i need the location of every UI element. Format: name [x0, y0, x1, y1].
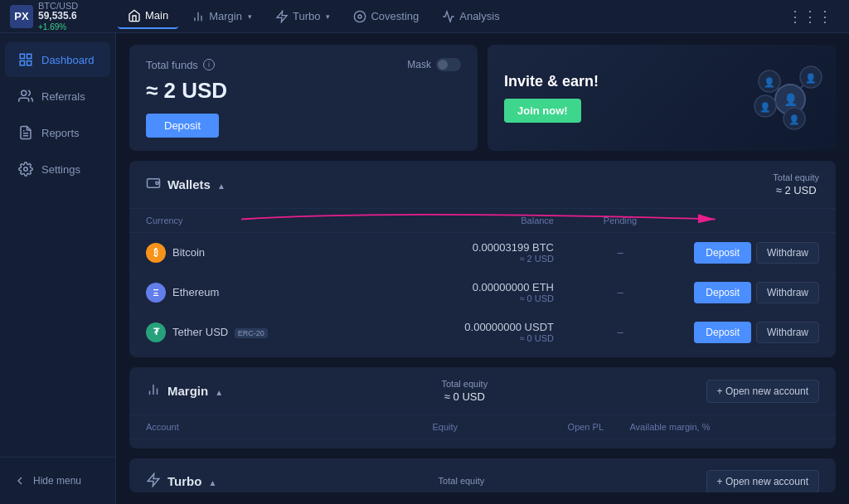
funds-amount: ≈ 2 USD [146, 78, 461, 104]
svg-text:👤: 👤 [764, 76, 775, 88]
nav-margin-label: Margin [209, 10, 242, 22]
svg-text:👤: 👤 [784, 93, 798, 107]
sidebar-item-referrals[interactable]: Referrals [5, 79, 110, 114]
svg-rect-9 [27, 61, 32, 65]
table-row: ₮ Tether USD ERC-20 0.00000000 USDT ≈ 0 … [129, 313, 836, 352]
mask-switch[interactable] [436, 58, 461, 71]
nav-turbo-chevron: ▾ [326, 12, 330, 21]
open-turbo-account-button[interactable]: + Open new account [706, 470, 819, 492]
turbo-collapse-icon[interactable] [208, 474, 216, 489]
grid-icon [18, 52, 33, 67]
wallets-icon [146, 176, 161, 194]
nav-main[interactable]: Main [118, 4, 178, 29]
nav-turbo-label: Turbo [293, 10, 320, 22]
ethereum-icon: Ξ [146, 283, 166, 303]
bitcoin-balance-amount: 0.00003199 BTC [312, 241, 554, 254]
margin-col-actions [736, 422, 819, 432]
wallets-equity-label: Total equity [773, 172, 819, 182]
nav-covesting[interactable]: Covesting [343, 5, 429, 28]
wallets-title: Wallets [167, 177, 211, 191]
margin-equity-value: ≈ 0 USD [444, 390, 485, 403]
currency-cell-bitcoin: ₿ Bitcoin [146, 243, 312, 263]
bitcoin-deposit-button[interactable]: Deposit [694, 242, 751, 264]
margin-actions: + Open new account [706, 380, 819, 403]
invite-circles: 👤 👤 👤 👤 👤 [728, 65, 827, 131]
ethereum-withdraw-button[interactable]: Withdraw [756, 282, 819, 303]
nav-menu-button[interactable]: ⋮⋮⋮ [781, 4, 839, 29]
app-layout: Dashboard Referrals Reports S [0, 33, 849, 504]
svg-rect-7 [27, 54, 32, 58]
nav-items: Main Margin ▾ Turbo ▾ Covesting [118, 4, 839, 29]
tether-pending: – [554, 326, 686, 338]
currency-cell-ethereum: Ξ Ethereum [146, 283, 312, 303]
wallets-header: Wallets Total equity ≈ 2 USD [129, 161, 836, 209]
mask-toggle[interactable]: Mask [407, 58, 461, 71]
hide-menu-label: Hide menu [33, 475, 81, 487]
col-actions [686, 216, 819, 225]
svg-text:👤: 👤 [805, 72, 817, 84]
bitcoin-icon: ₿ [146, 243, 166, 263]
tether-balance: 0.00000000 USDT ≈ 0 USD [312, 321, 554, 343]
nav-turbo[interactable]: Turbo ▾ [265, 5, 340, 28]
ethereum-balance-amount: 0.00000000 ETH [312, 281, 554, 293]
margin-section: Margin Total equity ≈ 0 USD + Open new a… [129, 367, 836, 448]
sidebar-item-reports[interactable]: Reports [5, 115, 110, 150]
turbo-section: Turbo Total equity + Open new account [129, 458, 836, 492]
svg-marker-3 [277, 11, 287, 22]
ethereum-pending: – [554, 286, 686, 298]
users-icon [18, 89, 33, 104]
nav-covesting-label: Covesting [371, 10, 419, 22]
margin-table-header: Account Equity Open PL Available margin,… [129, 415, 836, 439]
margin-col-account: Account [146, 422, 312, 432]
funds-title: Total funds [146, 59, 198, 71]
wallets-section: Wallets Total equity ≈ 2 USD Currency Ba… [129, 161, 836, 357]
col-currency: Currency [146, 216, 312, 225]
main-deposit-button[interactable]: Deposit [146, 114, 219, 138]
wallets-equity: Total equity ≈ 2 USD [773, 172, 819, 196]
tether-actions: Deposit Withdraw [686, 322, 819, 343]
logo-icon[interactable]: PX [10, 5, 33, 28]
ethereum-name: Ethereum [172, 286, 219, 298]
margin-collapse-icon[interactable] [215, 384, 223, 399]
sidebar-reports-label: Reports [41, 127, 80, 139]
open-margin-account-button[interactable]: + Open new account [706, 380, 819, 403]
tether-deposit-button[interactable]: Deposit [694, 322, 751, 343]
sidebar-settings-label: Settings [41, 163, 80, 176]
tether-balance-usd: ≈ 0 USD [312, 333, 554, 343]
sidebar: Dashboard Referrals Reports S [0, 33, 116, 504]
margin-equity-label: Total equity [442, 379, 488, 389]
nav-margin[interactable]: Margin ▾ [182, 5, 262, 28]
tether-withdraw-button[interactable]: Withdraw [756, 322, 819, 343]
svg-point-13 [24, 167, 28, 172]
turbo-actions: + Open new account [706, 470, 819, 492]
turbo-equity: Total equity [439, 476, 485, 487]
table-row: Ξ Ethereum 0.00000000 ETH ≈ 0 USD – Depo… [129, 273, 836, 313]
svg-text:👤: 👤 [788, 114, 800, 125]
hide-menu-item[interactable]: Hide menu [0, 466, 115, 496]
file-text-icon [18, 125, 33, 140]
tether-erc-badge: ERC-20 [235, 328, 268, 338]
margin-title: Margin [167, 384, 208, 398]
margin-title-area: Margin [146, 382, 223, 400]
sidebar-item-settings[interactable]: Settings [5, 152, 110, 187]
wallets-equity-value: ≈ 2 USD [776, 184, 817, 196]
turbo-icon [146, 472, 161, 491]
ethereum-deposit-button[interactable]: Deposit [694, 282, 751, 303]
bitcoin-withdraw-button[interactable]: Withdraw [756, 242, 819, 264]
margin-col-open-pl: Open PL [458, 422, 604, 432]
table-row: $ USD coin ERC-20 0.00000000 USDC ≈ 0 US… [129, 352, 836, 357]
sidebar-item-dashboard[interactable]: Dashboard [5, 42, 110, 77]
svg-point-4 [355, 11, 366, 22]
bitcoin-name: Bitcoin [172, 246, 205, 259]
ticker-info: BTC/USD 59,535.6 +1.69% [38, 1, 78, 31]
join-now-button[interactable]: Join now! [504, 99, 581, 123]
nav-analysis[interactable]: Analysis [432, 5, 509, 28]
table-row: ₿ Margin BTC 0.00000000 BTC ≈ 0 USD 0.00… [129, 439, 836, 448]
wallets-collapse-icon[interactable] [217, 177, 226, 192]
funds-header: Total funds i Mask [146, 58, 461, 71]
invite-network-svg: 👤 👤 👤 👤 👤 [728, 65, 827, 139]
info-icon[interactable]: i [203, 59, 215, 70]
funds-card: Total funds i Mask ≈ 2 USD Deposit [129, 45, 478, 151]
bitcoin-balance-usd: ≈ 2 USD [312, 254, 554, 264]
main-content: Total funds i Mask ≈ 2 USD Deposit Invit… [116, 33, 849, 504]
